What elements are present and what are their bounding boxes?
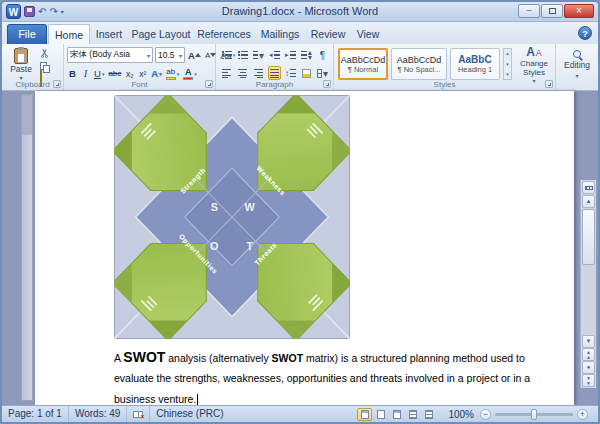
outline-view-button[interactable] bbox=[405, 408, 420, 421]
font-dialog-launcher[interactable] bbox=[205, 80, 213, 88]
styles-scroll-up-icon[interactable]: ▴ bbox=[506, 49, 509, 58]
select-browse-object-button[interactable]: ● bbox=[582, 361, 595, 374]
undo-icon[interactable]: ↶ bbox=[38, 5, 46, 19]
previous-page-button[interactable]: ▲▲ bbox=[582, 348, 595, 361]
decrease-indent-button[interactable]: ◂ bbox=[268, 48, 281, 62]
style-heading-1[interactable]: AaBbC Heading 1 bbox=[450, 48, 500, 80]
bullets-button[interactable] bbox=[220, 48, 233, 62]
full-screen-view-button[interactable] bbox=[373, 408, 388, 421]
word-logo-icon[interactable]: W bbox=[6, 4, 21, 19]
qat-customize-caret-icon[interactable]: ▾ bbox=[61, 8, 64, 15]
line-spacing-button[interactable]: ↕ bbox=[284, 66, 297, 80]
language-status[interactable]: Chinese (PRC) bbox=[150, 406, 229, 423]
text-effects-caret-icon: ▾ bbox=[159, 71, 162, 77]
tab-mailings[interactable]: Mailings bbox=[254, 24, 306, 44]
zoom-thumb[interactable] bbox=[531, 409, 537, 420]
italic-button[interactable]: I bbox=[80, 66, 91, 81]
clipboard-dialog-launcher[interactable] bbox=[53, 80, 61, 88]
maximize-button[interactable] bbox=[541, 4, 563, 18]
scroll-down-button[interactable]: ▼ bbox=[582, 335, 595, 348]
multilevel-list-button[interactable]: ▾ bbox=[252, 48, 265, 62]
close-button[interactable]: × bbox=[564, 4, 594, 18]
view-ruler-toggle-button[interactable] bbox=[582, 181, 595, 194]
text-effects-button[interactable]: A▾ bbox=[150, 66, 162, 81]
font-name-combo[interactable]: 宋体 (Body Asia▾ bbox=[67, 47, 153, 63]
tab-file[interactable]: File bbox=[7, 24, 47, 44]
borders-button[interactable]: ▾ bbox=[316, 66, 329, 80]
styles-scroll-down-icon[interactable]: ▾ bbox=[506, 60, 509, 69]
save-icon[interactable] bbox=[24, 6, 35, 17]
superscript-button[interactable]: x² bbox=[137, 66, 148, 81]
grow-font-button[interactable]: A bbox=[187, 48, 202, 63]
zoom-level[interactable]: 100% bbox=[448, 409, 474, 420]
quick-access-toolbar: W ↶ ↷ ▾ bbox=[6, 4, 64, 19]
editing-label: Editing bbox=[564, 60, 590, 70]
next-page-button[interactable]: ▼▼ bbox=[582, 374, 595, 387]
scrollbar-thumb[interactable] bbox=[582, 209, 595, 265]
styles-more-icon[interactable]: ▾ bbox=[506, 70, 509, 79]
subscript-button[interactable]: x₂ bbox=[124, 66, 135, 81]
styles-dialog-launcher[interactable] bbox=[545, 80, 553, 88]
draft-view-button[interactable] bbox=[421, 408, 436, 421]
tab-home[interactable]: Home bbox=[48, 24, 90, 44]
paste-button[interactable]: Paste ▾ bbox=[6, 47, 36, 81]
help-icon[interactable]: ? bbox=[578, 26, 592, 40]
paragraph-dialog-launcher[interactable] bbox=[323, 80, 331, 88]
tab-review[interactable]: Review bbox=[306, 24, 350, 44]
style-no-spacing[interactable]: AaBbCcDd ¶ No Spaci... bbox=[391, 48, 447, 80]
minimize-button[interactable]: – bbox=[518, 4, 540, 18]
zoom-out-button[interactable]: − bbox=[480, 409, 491, 420]
align-right-button[interactable] bbox=[252, 66, 265, 80]
tab-page-layout[interactable]: Page Layout bbox=[128, 24, 194, 44]
tab-insert[interactable]: Insert bbox=[90, 24, 128, 44]
zoom-in-button[interactable]: + bbox=[577, 409, 588, 420]
zoom-track[interactable] bbox=[495, 413, 573, 416]
underline-caret-icon: ▾ bbox=[102, 71, 105, 77]
doc-paragraph[interactable]: A SWOT analysis (alternatively SWOT matr… bbox=[114, 347, 530, 410]
align-right-icon bbox=[254, 69, 263, 78]
styles-gallery-scrollbar[interactable]: ▴ ▾ ▾ bbox=[503, 48, 512, 80]
title-bar[interactable]: W ↶ ↷ ▾ Drawing1.docx - Microsoft Word –… bbox=[2, 2, 598, 22]
font-color-button[interactable]: A▾ bbox=[182, 66, 198, 81]
group-editing: Editing ▾ bbox=[556, 44, 598, 90]
align-center-button[interactable] bbox=[236, 66, 249, 80]
print-layout-view-button[interactable] bbox=[357, 408, 372, 421]
zoom-slider[interactable]: − + bbox=[480, 409, 588, 420]
letter-s: S bbox=[211, 201, 218, 213]
paragraph-group-label: Paragraph bbox=[216, 80, 333, 89]
proofing-status[interactable]: × bbox=[127, 406, 150, 423]
vertical-scrollbar[interactable]: ▲ ▼ ▲▲ ● ▼▼ bbox=[580, 180, 596, 388]
underline-button[interactable]: U▾ bbox=[93, 66, 105, 81]
page-count[interactable]: Page: 1 of 1 bbox=[2, 406, 69, 423]
word-count[interactable]: Words: 49 bbox=[69, 406, 127, 423]
numbering-button[interactable] bbox=[236, 48, 249, 62]
show-hide-pilcrow-button[interactable]: ¶ bbox=[316, 48, 329, 62]
copy-button[interactable] bbox=[40, 61, 58, 70]
increase-indent-button[interactable]: ▸ bbox=[284, 48, 297, 62]
align-left-button[interactable] bbox=[220, 66, 233, 80]
swot-diagram[interactable]: S W O T Strength Weakness Opportunities … bbox=[114, 95, 350, 339]
vertical-ruler[interactable] bbox=[21, 94, 33, 401]
bold-button[interactable]: B bbox=[67, 66, 78, 81]
highlight-caret-icon: ▾ bbox=[177, 71, 180, 77]
font-size-caret-icon: ▾ bbox=[177, 52, 182, 59]
decrease-indent-icon: ◂ bbox=[269, 51, 273, 59]
grow-font-arrow-icon bbox=[195, 53, 201, 57]
document-page[interactable]: S W O T Strength Weakness Opportunities … bbox=[35, 91, 574, 405]
redo-icon[interactable]: ↷ bbox=[49, 5, 57, 19]
group-paragraph: ▾ ◂ ▸ ¶ ↕ ▾ Paragraph bbox=[216, 44, 334, 90]
tab-references[interactable]: References bbox=[194, 24, 254, 44]
scroll-up-button[interactable]: ▲ bbox=[582, 195, 595, 208]
shading-button[interactable] bbox=[300, 66, 313, 80]
strikethrough-button[interactable]: abc bbox=[107, 66, 122, 81]
justify-button[interactable] bbox=[268, 66, 281, 80]
sort-button[interactable] bbox=[300, 48, 313, 62]
highlight-button[interactable]: ab▾ bbox=[165, 66, 181, 81]
style-normal[interactable]: AaBbCcDd ¶ Normal bbox=[338, 48, 388, 80]
font-size-combo[interactable]: 10.5▾ bbox=[155, 47, 185, 63]
editing-button[interactable]: Editing ▾ bbox=[556, 50, 598, 79]
styles-group-label: Styles bbox=[334, 80, 555, 89]
tab-view[interactable]: View bbox=[350, 24, 386, 44]
web-layout-view-button[interactable] bbox=[389, 408, 404, 421]
cut-button[interactable] bbox=[40, 49, 58, 58]
